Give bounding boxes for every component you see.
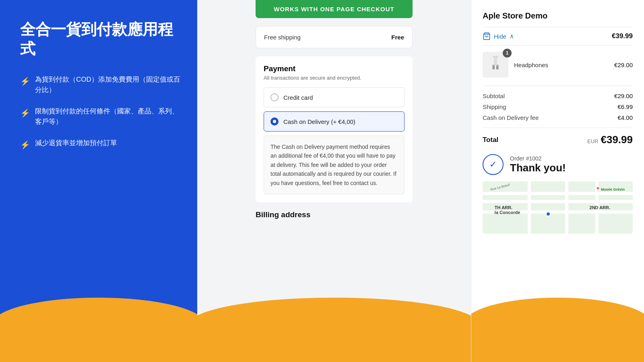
payment-subtitle: All transactions are secure and encrypte… (264, 75, 405, 81)
product-info: Headphones (514, 62, 609, 68)
map-road-h1 (483, 200, 633, 203)
thank-you-heading: Thank you! (510, 162, 566, 174)
map-road-v2 (565, 181, 568, 234)
shipping-row: Shipping €6.99 (483, 103, 633, 110)
product-quantity-badge: 1 (503, 49, 512, 58)
map-bg: Rue La Boeuf 📍 Musée Grévin TH ARR.la Co… (483, 181, 633, 234)
chevron-up-icon: ∧ (510, 33, 514, 40)
right-panel: Aple Store Demo Hide ∧ €39.99 (471, 0, 644, 362)
total-right: EUR €39.99 (587, 134, 633, 146)
subtotal-value: €29.00 (614, 93, 633, 99)
total-label: Total (483, 136, 498, 144)
cod-fee-row: Cash on Delivery fee €4.00 (483, 114, 633, 121)
feature-item-3: ⚡ 減少退貨率並增加預付訂單 (20, 138, 181, 151)
headphones-img (487, 55, 504, 74)
product-name: Headphones (514, 62, 609, 68)
order-summary: Subtotal €29.00 Shipping €6.99 Cash on D… (483, 86, 633, 121)
shipping-summary-value: €6.99 (617, 103, 633, 110)
middle-panel: WORKS WITH ONE PAGE CHECKOUT Free shippi… (197, 0, 471, 362)
feature-item-1: ⚡ 為貨到付款（COD）添加免費費用（固定值或百分比） (20, 74, 181, 95)
bolt-icon-1: ⚡ (20, 75, 30, 87)
feature-list: ⚡ 為貨到付款（COD）添加免費費用（固定值或百分比） ⚡ 限制貨到付款的任何條… (20, 74, 181, 151)
checkout-banner: WORKS WITH ONE PAGE CHECKOUT (256, 0, 413, 18)
feature-text-2: 限制貨到付款的任何條件（國家、產品、系列、客戶等） (35, 106, 181, 127)
cart-item: 1 Headphones €29.00 (483, 52, 633, 78)
subtotal-row: Subtotal €29.00 (483, 93, 633, 99)
map-street-label: Rue La Boeuf (490, 183, 510, 191)
left-panel: 全合一貨到付款應用程式 ⚡ 為貨到付款（COD）添加免費費用（固定值或百分比） … (0, 0, 197, 362)
shipping-label: Free shipping (264, 34, 301, 41)
product-price: €29.00 (614, 62, 633, 68)
middle-inner: WORKS WITH ONE PAGE CHECKOUT Free shippi… (256, 0, 413, 219)
payment-title: Payment (264, 64, 405, 73)
svg-rect-6 (496, 66, 497, 69)
cod-radio (270, 117, 279, 125)
shipping-price: Free (391, 34, 404, 41)
cart-total-header: €39.99 (612, 32, 633, 40)
bolt-icon-3: ⚡ (20, 139, 30, 151)
hide-label: Hide (494, 33, 506, 40)
cod-label: Cash on Delivery (+ €4,00) (283, 118, 355, 125)
cart-hide-button[interactable]: Hide ∧ (483, 32, 514, 40)
map-2arr-label: 2ND ARR. (590, 205, 611, 210)
credit-card-option[interactable]: Credit card (264, 87, 405, 107)
map-1arr-label: TH ARR.la Concorde (495, 205, 520, 215)
map-road-v1 (528, 181, 531, 234)
svg-rect-5 (493, 66, 495, 69)
feature-item-2: ⚡ 限制貨到付款的任何條件（國家、產品、系列、客戶等） (20, 106, 181, 127)
feature-text-1: 為貨到付款（COD）添加免費費用（固定值或百分比） (35, 74, 181, 95)
cart-icon (483, 32, 491, 40)
bolt-icon-2: ⚡ (20, 107, 30, 119)
cod-radio-inner (273, 120, 276, 123)
credit-card-radio (270, 93, 279, 101)
thank-you-box: ✓ Order #1002 Thank you! (483, 154, 633, 175)
thank-text: Order #1002 Thank you! (510, 155, 566, 174)
payment-section: Payment All transactions are secure and … (256, 56, 413, 202)
store-title: Aple Store Demo (483, 11, 633, 21)
svg-rect-2 (494, 56, 497, 66)
cod-fee-value: €4.00 (617, 114, 633, 121)
billing-title: Billing address (256, 210, 413, 219)
cod-option[interactable]: Cash on Delivery (+ €4,00) (264, 111, 405, 132)
main-title: 全合一貨到付款應用程式 (20, 20, 181, 58)
feature-text-3: 減少退貨率並增加預付訂單 (35, 138, 117, 148)
order-number: Order #1002 (510, 155, 566, 162)
cod-fee-label: Cash on Delivery fee (483, 114, 539, 121)
right-inner: Aple Store Demo Hide ∧ €39.99 (471, 0, 644, 362)
map-preview: Rue La Boeuf 📍 Musée Grévin TH ARR.la Co… (483, 181, 633, 234)
cod-description: The Cash on Delivery payment method requ… (264, 136, 405, 194)
total-row: Total EUR €39.99 (483, 128, 633, 146)
map-musee-label: 📍 Musée Grévin (595, 187, 625, 191)
map-pin (546, 212, 551, 216)
total-currency: EUR (587, 138, 598, 144)
check-circle-icon: ✓ (483, 154, 504, 175)
shipping-box: Free shipping Free (256, 26, 413, 48)
cart-header: Hide ∧ €39.99 (483, 27, 633, 45)
subtotal-label: Subtotal (483, 93, 505, 99)
credit-card-label: Credit card (283, 94, 313, 101)
shipping-summary-label: Shipping (483, 103, 506, 110)
total-amount: €39.99 (601, 134, 633, 146)
map-road-h3 (483, 192, 633, 195)
product-img-wrap: 1 (483, 52, 508, 78)
